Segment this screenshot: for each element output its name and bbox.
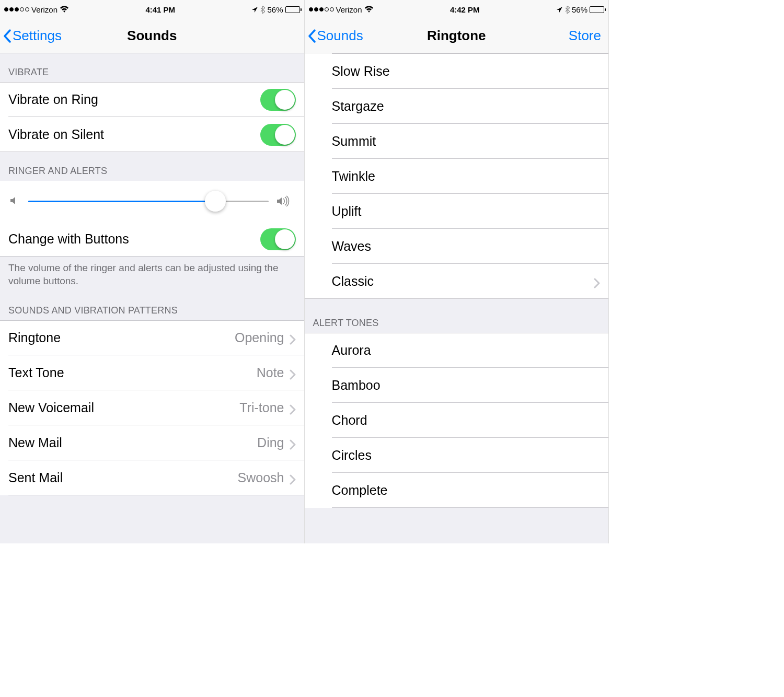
vibrate-on-ring-label: Vibrate on Ring	[8, 92, 260, 107]
page-title: Ringtone	[427, 28, 486, 44]
speaker-low-icon	[9, 195, 21, 207]
vibrate-on-silent-label: Vibrate on Silent	[8, 127, 260, 142]
alert-tone-label: Circles	[332, 448, 601, 463]
ringtone-row[interactable]: Uplift	[305, 194, 609, 229]
chevron-right-icon	[594, 276, 600, 287]
alert-tone-row[interactable]: Aurora	[305, 333, 609, 368]
vibrate-on-silent-toggle[interactable]	[260, 124, 296, 146]
change-with-buttons-row[interactable]: Change with Buttons	[0, 222, 304, 257]
volume-slider-thumb[interactable]	[205, 191, 226, 212]
store-label: Store	[569, 28, 601, 44]
back-label: Settings	[13, 28, 62, 44]
store-button[interactable]: Store	[569, 19, 601, 53]
vibrate-on-ring-toggle[interactable]	[260, 89, 296, 111]
change-with-buttons-toggle[interactable]	[260, 228, 296, 250]
ringtone-label: Slow Rise	[332, 64, 601, 79]
carrier-label: Verizon	[31, 5, 57, 14]
status-time: 4:41 PM	[145, 5, 175, 14]
battery-icon	[590, 6, 604, 13]
speaker-high-icon	[276, 195, 287, 207]
wifi-icon	[60, 6, 69, 13]
alert-tone-label: Complete	[332, 483, 601, 498]
alert-tone-row[interactable]: Circles	[305, 438, 609, 473]
change-with-buttons-label: Change with Buttons	[8, 231, 260, 247]
pattern-label: New Voicemail	[8, 400, 239, 415]
alert-tones-group: AuroraBambooChordCirclesComplete	[305, 333, 609, 508]
status-right: 56%	[556, 5, 604, 14]
ringtone-row[interactable]: Slow Rise	[305, 54, 609, 89]
alert-tone-label: Aurora	[332, 343, 601, 358]
volume-slider[interactable]	[28, 201, 269, 202]
classic-label: Classic	[332, 274, 594, 289]
pattern-row[interactable]: RingtoneOpening	[0, 320, 304, 355]
location-icon	[251, 6, 258, 13]
nav-header: Sounds Ringtone Store	[305, 19, 609, 53]
chevron-left-icon	[308, 29, 316, 43]
bluetooth-icon	[260, 6, 265, 14]
ringtones-group: Slow RiseStargazeSummitTwinkleUpliftWave…	[305, 53, 609, 299]
back-button[interactable]: Settings	[3, 19, 62, 53]
bluetooth-icon	[565, 6, 570, 14]
alert-tone-label: Chord	[332, 413, 601, 428]
classic-row[interactable]: Classic	[305, 264, 609, 299]
vibrate-group: Vibrate on Ring Vibrate on Silent	[0, 82, 304, 152]
patterns-group: RingtoneOpeningText ToneNoteNew Voicemai…	[0, 320, 304, 495]
ringtone-label: Waves	[332, 239, 601, 254]
signal-strength-icon	[309, 7, 334, 11]
pattern-value: Ding	[257, 435, 284, 450]
alert-tone-row[interactable]: Bamboo	[305, 368, 609, 403]
pattern-row[interactable]: New MailDing	[0, 425, 304, 460]
nav-header: Settings Sounds	[0, 19, 304, 53]
ringtone-row[interactable]: Summit	[305, 124, 609, 159]
signal-strength-icon	[4, 7, 29, 11]
status-left: Verizon	[4, 5, 69, 14]
chevron-right-icon	[290, 333, 296, 343]
section-header-alert-tones: Alert Tones	[305, 299, 609, 333]
status-right: 56%	[251, 5, 299, 14]
ringtone-label: Twinkle	[332, 169, 601, 184]
ringtone-screen: Verizon 4:42 PM 56% Sounds Ringtone St	[305, 0, 609, 543]
pattern-row[interactable]: Sent MailSwoosh	[0, 460, 304, 495]
sounds-settings-screen: Verizon 4:41 PM 56% Settings Sounds V	[0, 0, 305, 543]
page-title: Sounds	[127, 28, 177, 44]
ringtone-label: Summit	[332, 134, 601, 149]
battery-icon	[285, 6, 300, 13]
ringtone-label: Uplift	[332, 204, 601, 219]
chevron-right-icon	[290, 438, 296, 448]
battery-pct-label: 56%	[267, 5, 283, 14]
status-time: 4:42 PM	[450, 5, 480, 14]
carrier-label: Verizon	[336, 5, 362, 14]
ringer-footer: The volume of the ringer and alerts can …	[0, 257, 304, 296]
alert-tone-row[interactable]: Chord	[305, 403, 609, 438]
back-label: Sounds	[317, 28, 363, 44]
ringtone-row[interactable]: Waves	[305, 229, 609, 264]
chevron-left-icon	[3, 29, 11, 43]
ringtone-row[interactable]: Stargaze	[305, 89, 609, 124]
pattern-label: New Mail	[8, 435, 257, 450]
wifi-icon	[364, 6, 374, 13]
ringer-group: Change with Buttons	[0, 181, 304, 257]
volume-slider-row[interactable]	[0, 181, 304, 222]
pattern-label: Text Tone	[8, 365, 257, 380]
alert-tone-row[interactable]: Complete	[305, 473, 609, 508]
back-button[interactable]: Sounds	[308, 19, 363, 53]
pattern-value: Opening	[235, 330, 284, 345]
pattern-label: Ringtone	[8, 330, 235, 345]
pattern-row[interactable]: Text ToneNote	[0, 355, 304, 390]
pattern-value: Swoosh	[238, 470, 284, 485]
vibrate-on-silent-row[interactable]: Vibrate on Silent	[0, 117, 304, 152]
vibrate-on-ring-row[interactable]: Vibrate on Ring	[0, 82, 304, 117]
section-header-patterns: Sounds and Vibration Patterns	[0, 296, 304, 320]
alert-tone-label: Bamboo	[332, 378, 601, 393]
pattern-value: Tri-tone	[239, 400, 284, 415]
status-bar: Verizon 4:41 PM 56%	[0, 0, 304, 19]
status-bar: Verizon 4:42 PM 56%	[305, 0, 609, 19]
chevron-right-icon	[290, 403, 296, 413]
ringtone-label: Stargaze	[332, 99, 601, 114]
chevron-right-icon	[290, 368, 296, 378]
location-icon	[556, 6, 563, 13]
pattern-value: Note	[257, 365, 284, 380]
ringtone-row[interactable]: Twinkle	[305, 159, 609, 194]
section-header-vibrate: Vibrate	[0, 53, 304, 82]
pattern-row[interactable]: New VoicemailTri-tone	[0, 390, 304, 425]
